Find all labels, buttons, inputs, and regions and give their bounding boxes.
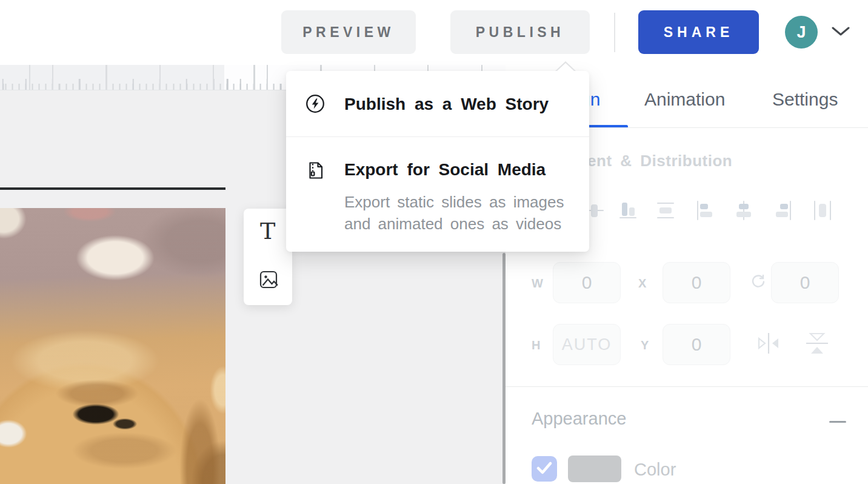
app-window: T Design Animation Settings Alignment & … bbox=[0, 0, 868, 484]
element-toolbar: T bbox=[244, 209, 292, 305]
slide-top-border bbox=[0, 187, 225, 190]
flip-horizontal-icon[interactable] bbox=[755, 331, 782, 356]
image-tool-icon[interactable] bbox=[258, 269, 279, 290]
rotation-input[interactable]: 0 bbox=[771, 262, 839, 303]
appearance-divider bbox=[506, 386, 868, 387]
zip-file-icon bbox=[306, 161, 326, 180]
publish-dropdown: Publish as a Web Story Export for Social… bbox=[286, 71, 589, 252]
text-tool-icon[interactable]: T bbox=[260, 220, 275, 243]
flip-vertical-icon[interactable] bbox=[804, 329, 830, 357]
align-left-icon[interactable] bbox=[695, 200, 716, 221]
publish-button[interactable]: PUBLISH bbox=[450, 10, 590, 54]
collapse-section-icon[interactable] bbox=[829, 421, 846, 423]
x-label: X bbox=[638, 277, 647, 291]
menu-item-description-line2: and animated ones as videos bbox=[344, 213, 561, 235]
menu-item-title: Publish as a Web Story bbox=[344, 95, 549, 114]
menu-item-export-social[interactable]: Export for Social Media Export static sl… bbox=[286, 137, 589, 252]
canvas-top-strip bbox=[0, 52, 506, 65]
align-center-icon[interactable] bbox=[733, 200, 755, 221]
user-avatar[interactable]: J bbox=[785, 16, 818, 49]
color-checkbox[interactable] bbox=[532, 456, 557, 482]
lightning-circle-icon bbox=[305, 94, 325, 113]
width-input[interactable]: 0 bbox=[553, 262, 621, 303]
tab-animation[interactable]: Animation bbox=[644, 89, 725, 110]
y-label: Y bbox=[641, 338, 649, 352]
x-input[interactable]: 0 bbox=[663, 262, 730, 303]
chevron-down-icon[interactable] bbox=[832, 27, 850, 36]
color-swatch[interactable] bbox=[568, 455, 621, 482]
tab-settings[interactable]: Settings bbox=[772, 89, 838, 110]
height-label: H bbox=[532, 338, 541, 352]
distribute-horizontal-icon[interactable] bbox=[812, 200, 833, 221]
dropdown-notch-fill bbox=[557, 63, 574, 71]
preview-button[interactable]: PREVIEW bbox=[281, 10, 416, 54]
share-button[interactable]: SHARE bbox=[638, 10, 759, 54]
menu-item-description-line1: Export static slides as images bbox=[344, 191, 564, 213]
header-divider bbox=[614, 13, 615, 52]
rotation-icon bbox=[750, 274, 766, 289]
menu-item-publish-web-story[interactable]: Publish as a Web Story bbox=[286, 71, 589, 136]
check-icon bbox=[532, 455, 557, 483]
color-label: Color bbox=[634, 460, 676, 480]
distribute-vertical-icon[interactable] bbox=[655, 200, 676, 221]
dog-photo[interactable] bbox=[0, 208, 225, 484]
height-input[interactable]: AUTO bbox=[553, 324, 621, 365]
menu-item-title: Export for Social Media bbox=[344, 160, 546, 180]
align-bottom-icon[interactable] bbox=[617, 200, 639, 221]
width-label: W bbox=[532, 277, 544, 291]
align-right-icon[interactable] bbox=[772, 200, 793, 221]
appearance-section-title: Appearance bbox=[532, 409, 626, 429]
y-input[interactable]: 0 bbox=[663, 324, 730, 365]
